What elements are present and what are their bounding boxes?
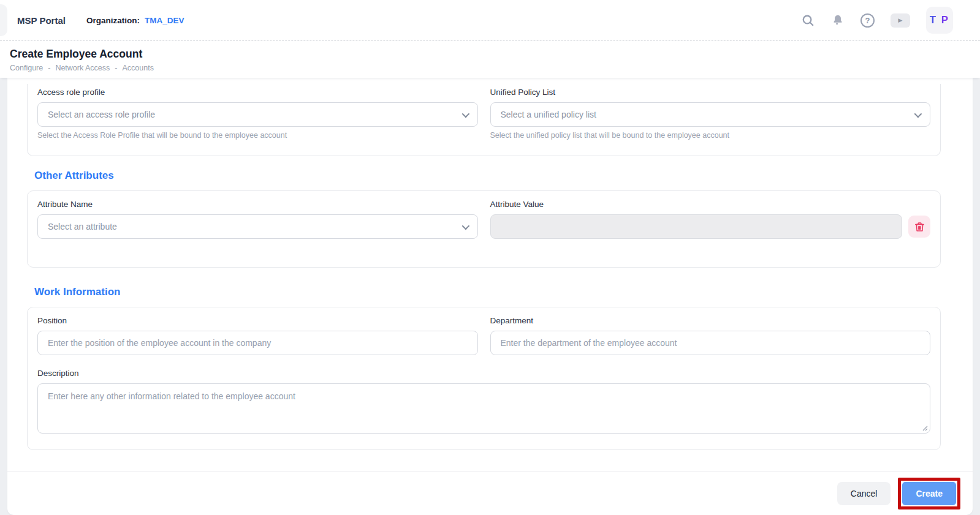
tutorial-play-icon[interactable]: ▶ xyxy=(891,13,910,28)
work-information-card: Position Department Description xyxy=(27,307,941,450)
description-textarea[interactable] xyxy=(37,383,930,434)
breadcrumb-separator: - xyxy=(48,64,50,72)
chevron-down-icon xyxy=(462,110,469,118)
department-label: Department xyxy=(490,316,931,325)
top-header: MSP Portal Organization: TMA_DEV ? ▶ T P xyxy=(0,0,980,41)
unified-policy-list-helper: Select the unified policy list that will… xyxy=(490,131,931,140)
breadcrumb: Configure - Network Access - Accounts xyxy=(10,64,970,72)
access-role-profile-helper: Select the Access Role Profile that will… xyxy=(37,131,478,140)
sidebar-edge xyxy=(0,4,7,36)
chevron-down-icon xyxy=(914,110,922,118)
breadcrumb-network-access[interactable]: Network Access xyxy=(55,64,110,72)
binding-section-card: Access role profile Select an access rol… xyxy=(27,84,941,156)
header-actions: ? ▶ T P xyxy=(801,7,953,34)
access-role-profile-select[interactable]: Select an access role profile xyxy=(37,102,478,127)
unified-policy-list-placeholder: Select a unified policy list xyxy=(501,110,909,119)
breadcrumb-configure[interactable]: Configure xyxy=(10,64,43,72)
attribute-name-placeholder: Select an attribute xyxy=(48,222,456,231)
attribute-value-input xyxy=(490,214,903,239)
organization-label: Organization: xyxy=(86,16,140,25)
breadcrumb-accounts[interactable]: Accounts xyxy=(122,64,153,72)
attribute-value-label: Attribute Value xyxy=(490,200,931,209)
unified-policy-list-label: Unified Policy List xyxy=(490,88,931,97)
position-label: Position xyxy=(37,316,478,325)
breadcrumb-separator: - xyxy=(115,64,117,72)
attribute-value-field: Attribute Value xyxy=(490,200,931,239)
user-avatar[interactable]: T P xyxy=(926,7,953,34)
unified-policy-list-select[interactable]: Select a unified policy list xyxy=(490,102,931,127)
annotation-highlight-box: Create xyxy=(898,478,960,509)
app-title: MSP Portal xyxy=(17,15,66,26)
create-button[interactable]: Create xyxy=(902,482,956,505)
position-input[interactable] xyxy=(37,331,478,355)
delete-attribute-button[interactable] xyxy=(908,216,930,238)
chevron-down-icon xyxy=(462,222,469,230)
attribute-name-label: Attribute Name xyxy=(37,200,478,209)
help-icon[interactable]: ? xyxy=(860,13,875,28)
page-header: Create Employee Account Configure - Netw… xyxy=(0,41,980,78)
position-field: Position xyxy=(37,316,478,355)
department-field: Department xyxy=(490,316,931,355)
notifications-bell-icon[interactable] xyxy=(831,13,845,27)
other-attributes-card: Attribute Name Select an attribute Attri… xyxy=(27,190,941,268)
resize-handle[interactable] xyxy=(922,425,928,431)
access-role-profile-label: Access role profile xyxy=(37,88,478,97)
description-label: Description xyxy=(37,369,930,378)
access-role-profile-placeholder: Select an access role profile xyxy=(48,110,456,119)
unified-policy-list-field: Unified Policy List Select a unified pol… xyxy=(490,88,931,140)
form-footer: Cancel Create xyxy=(7,472,973,515)
other-attributes-heading: Other Attributes xyxy=(34,170,973,182)
organization-switcher: Organization: TMA_DEV xyxy=(86,16,184,25)
description-field: Description xyxy=(37,369,930,434)
department-input[interactable] xyxy=(490,331,931,355)
attribute-name-field: Attribute Name Select an attribute xyxy=(37,200,478,239)
page-title: Create Employee Account xyxy=(10,48,970,61)
search-icon[interactable] xyxy=(801,13,815,28)
trash-icon xyxy=(914,221,925,233)
cancel-button[interactable]: Cancel xyxy=(837,482,891,505)
access-role-profile-field: Access role profile Select an access rol… xyxy=(37,88,478,140)
work-information-heading: Work Information xyxy=(34,286,973,298)
attribute-name-select[interactable]: Select an attribute xyxy=(37,214,478,239)
create-employee-form: Access role profile Select an access rol… xyxy=(7,78,973,515)
organization-value-link[interactable]: TMA_DEV xyxy=(145,16,184,25)
avatar-initials: T P xyxy=(930,14,949,26)
